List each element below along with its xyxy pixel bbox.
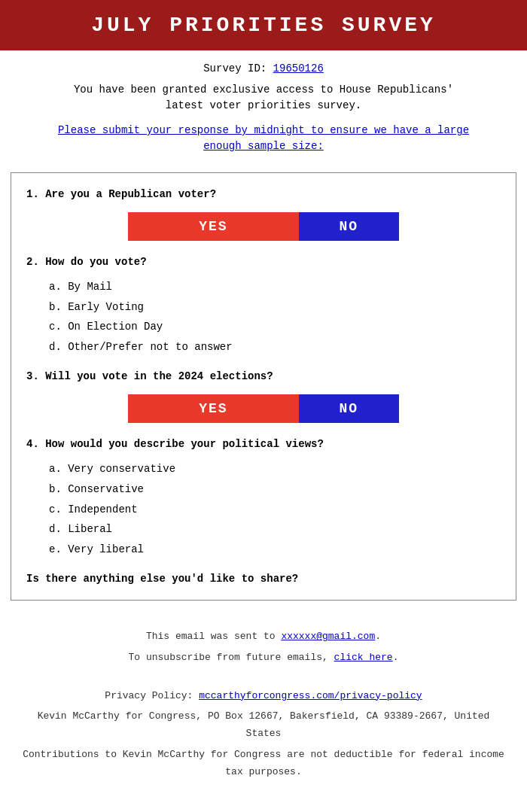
- survey-id-label: Survey ID:: [203, 62, 273, 75]
- survey-meta: Survey ID: 19650126 You have been grante…: [0, 50, 527, 160]
- list-item: d. Other/Prefer not to answer: [49, 337, 501, 357]
- question-2-label: 2. How do you vote?: [26, 256, 501, 268]
- deadline-notice[interactable]: Please submit your response by midnight …: [23, 123, 504, 154]
- list-item: a. By Mail: [49, 277, 501, 297]
- question-1-yes-no: YES NO: [128, 212, 399, 241]
- list-item: b. Early Voting: [49, 297, 501, 318]
- question-1-no-button[interactable]: NO: [299, 212, 399, 241]
- question-2-options: a. By Mail b. Early Voting c. On Electio…: [26, 277, 501, 357]
- header-banner: JULY PRIORITIES SURVEY: [0, 0, 527, 50]
- page-title: JULY PRIORITIES SURVEY: [15, 14, 512, 37]
- survey-id-line: Survey ID: 19650126: [23, 62, 504, 75]
- question-3-yes-no: YES NO: [128, 394, 399, 423]
- email-sent-prefix: This email was sent to: [146, 631, 281, 642]
- exclusive-access-text: You have been granted exclusive access t…: [23, 82, 504, 114]
- email-address-link[interactable]: xxxxxx@gmail.com: [281, 631, 375, 642]
- survey-box: 1. Are you a Republican voter? YES NO 2.…: [11, 172, 516, 601]
- list-item: b. Conservative: [49, 479, 501, 500]
- address-line: Kevin McCarthy for Congress, PO Box 1266…: [23, 707, 504, 743]
- tax-notice-line: Contributions to Kevin McCarthy for Cong…: [23, 746, 504, 781]
- unsubscribe-prefix: To unsubscribe from future emails,: [129, 652, 334, 663]
- list-item: e. Very liberal: [49, 540, 501, 560]
- page-wrapper: JULY PRIORITIES SURVEY Survey ID: 196501…: [0, 0, 527, 812]
- email-sent-line: This email was sent to xxxxxx@gmail.com.: [23, 628, 504, 645]
- survey-id-link[interactable]: 19650126: [273, 62, 324, 75]
- list-item: d. Liberal: [49, 519, 501, 540]
- question-4-options: a. Very conservative b. Conservative c. …: [26, 459, 501, 559]
- unsubscribe-link[interactable]: click here: [334, 652, 393, 663]
- list-item: c. On Election Day: [49, 317, 501, 337]
- privacy-label: Privacy Policy:: [105, 690, 199, 701]
- question-3-yes-button[interactable]: YES: [128, 394, 299, 423]
- list-item: a. Very conservative: [49, 459, 501, 479]
- footer-area: This email was sent to xxxxxx@gmail.com.…: [0, 613, 527, 812]
- list-item: c. Independent: [49, 500, 501, 520]
- question-3-no-button[interactable]: NO: [299, 394, 399, 423]
- question-1-yes-button[interactable]: YES: [128, 212, 299, 241]
- question-4-label: 4. How would you describe your political…: [26, 438, 501, 450]
- privacy-line: Privacy Policy: mccarthyforcongress.com/…: [23, 687, 504, 704]
- privacy-link[interactable]: mccarthyforcongress.com/privacy-policy: [199, 690, 422, 701]
- open-question-label: Is there anything else you'd like to sha…: [26, 573, 501, 585]
- unsubscribe-line: To unsubscribe from future emails, click…: [23, 649, 504, 666]
- question-3-label: 3. Will you vote in the 2024 elections?: [26, 370, 501, 382]
- paid-for-wrapper: Paid for by Kevin McCarthy for Congress: [23, 801, 504, 812]
- question-1-label: 1. Are you a Republican voter?: [26, 188, 501, 200]
